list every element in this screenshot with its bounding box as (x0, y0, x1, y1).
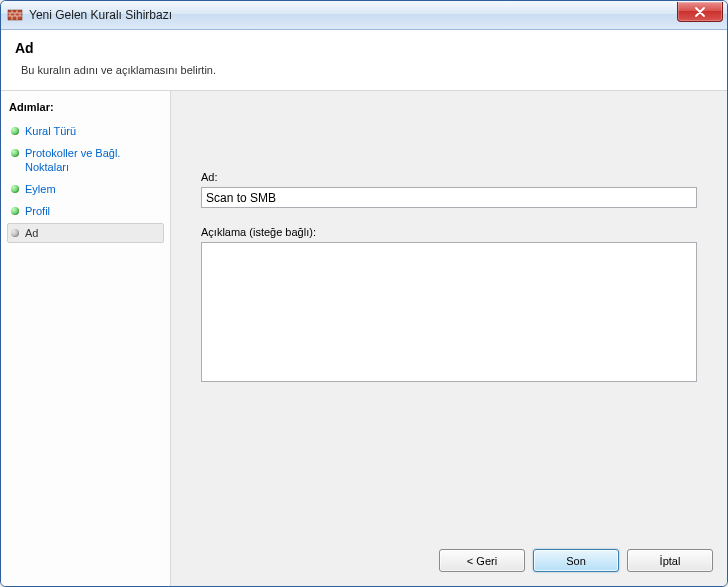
window-title: Yeni Gelen Kuralı Sihirbazı (29, 8, 172, 22)
page-title: Ad (15, 40, 713, 56)
step-profile[interactable]: Profil (7, 201, 164, 221)
body: Adımlar: Kural Türü Protokoller ve Bağl.… (1, 91, 727, 586)
steps-heading: Adımlar: (9, 101, 162, 113)
bullet-icon (11, 185, 19, 193)
step-label: Eylem (25, 182, 56, 196)
form-area: Ad: Açıklama (isteğe bağlı): (171, 91, 727, 539)
close-icon (694, 7, 706, 17)
bullet-icon (11, 127, 19, 135)
bullet-icon (11, 207, 19, 215)
step-name[interactable]: Ad (7, 223, 164, 243)
sidebar: Adımlar: Kural Türü Protokoller ve Bağl.… (1, 91, 171, 586)
wizard-window: Yeni Gelen Kuralı Sihirbazı Ad Bu kuralı… (0, 0, 728, 587)
bullet-icon (11, 149, 19, 157)
back-button[interactable]: < Geri (439, 549, 525, 572)
page-subtitle: Bu kuralın adını ve açıklamasını belirti… (21, 64, 713, 76)
step-label: Protokoller ve Bağl. Noktaları (25, 146, 155, 174)
close-button[interactable] (677, 2, 723, 22)
description-label: Açıklama (isteğe bağlı): (201, 226, 697, 238)
main-panel: Ad: Açıklama (isteğe bağlı): < Geri Son … (171, 91, 727, 586)
header: Ad Bu kuralın adını ve açıklamasını beli… (1, 30, 727, 91)
firewall-icon (7, 7, 23, 23)
name-input[interactable] (201, 187, 697, 208)
finish-button[interactable]: Son (533, 549, 619, 572)
description-textarea[interactable] (201, 242, 697, 382)
step-rule-type[interactable]: Kural Türü (7, 121, 164, 141)
step-label: Profil (25, 204, 50, 218)
step-protocols-ports[interactable]: Protokoller ve Bağl. Noktaları (7, 143, 164, 177)
button-row: < Geri Son İptal (171, 539, 727, 586)
step-label: Ad (25, 226, 38, 240)
name-label: Ad: (201, 171, 697, 183)
step-action[interactable]: Eylem (7, 179, 164, 199)
cancel-button[interactable]: İptal (627, 549, 713, 572)
bullet-icon (11, 229, 19, 237)
step-label: Kural Türü (25, 124, 76, 138)
titlebar: Yeni Gelen Kuralı Sihirbazı (1, 1, 727, 30)
